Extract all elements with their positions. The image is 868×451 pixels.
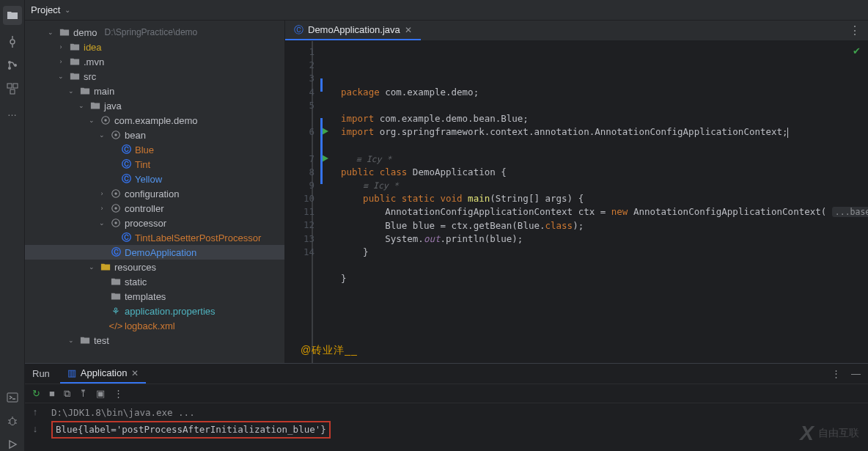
tree-node-demoapplication[interactable]: ⒸDemoApplication bbox=[25, 245, 284, 260]
editor-tabs-more-icon[interactable]: ⋮ bbox=[842, 23, 868, 37]
folder-icon bbox=[110, 291, 122, 301]
tree-node-src[interactable]: ⌄src bbox=[25, 69, 284, 84]
package-icon bbox=[110, 203, 122, 213]
project-toolbar: Project ⌄ bbox=[25, 0, 868, 21]
application-icon: ▥ bbox=[67, 367, 76, 378]
tree-label: idea bbox=[84, 42, 102, 53]
tree-label: Tint bbox=[135, 159, 150, 170]
tree-node-idea[interactable]: ›idea bbox=[25, 40, 284, 54]
tree-node-application-properties[interactable]: ⚘application.properties bbox=[25, 304, 284, 318]
tree-node-demo[interactable]: ⌄demoD:\SpringPractice\demo bbox=[25, 25, 284, 40]
commit-tool-button[interactable] bbox=[6, 35, 19, 48]
folder-icon bbox=[69, 56, 81, 67]
package-icon bbox=[110, 218, 122, 228]
svg-rect-5 bbox=[13, 84, 18, 88]
project-tool-button[interactable] bbox=[3, 6, 22, 25]
tree-label: TintLabelSetterPostProcessor bbox=[135, 232, 261, 243]
chevron-icon[interactable]: ⌄ bbox=[66, 87, 76, 95]
tree-node-com-example-demo[interactable]: ⌄com.example.demo bbox=[25, 113, 284, 128]
close-icon[interactable]: ✕ bbox=[405, 25, 412, 35]
chevron-icon[interactable]: ⌄ bbox=[56, 73, 66, 80]
tree-label: main bbox=[94, 86, 114, 97]
class-icon: Ⓒ bbox=[120, 231, 132, 244]
chevron-icon[interactable]: › bbox=[97, 190, 107, 197]
tree-node-blue[interactable]: ⒸBlue bbox=[25, 142, 284, 157]
line-number: 3 bbox=[285, 72, 315, 85]
more-icon[interactable]: ⋮ bbox=[114, 388, 123, 399]
chevron-icon[interactable]: › bbox=[56, 58, 66, 65]
line-number bbox=[285, 112, 315, 125]
line-number: 11 bbox=[285, 205, 315, 219]
tree-node-templates[interactable]: templates bbox=[25, 289, 284, 304]
tree-label: com.example.demo bbox=[114, 115, 197, 126]
chevron-icon[interactable]: ⌄ bbox=[97, 219, 107, 227]
line-number: 6 bbox=[285, 125, 315, 139]
rerun-icon[interactable]: ↻ bbox=[32, 388, 40, 399]
package-icon bbox=[110, 130, 122, 140]
project-title: Project bbox=[31, 4, 60, 15]
tree-node-processor[interactable]: ⌄processor bbox=[25, 216, 284, 230]
tree-node-bean[interactable]: ⌄bean bbox=[25, 128, 284, 142]
layout-icon[interactable]: ▣ bbox=[96, 388, 105, 399]
line-number: 10 bbox=[285, 192, 315, 205]
tab-demoapplication[interactable]: Ⓒ DemoApplication.java ✕ bbox=[285, 21, 421, 40]
tree-node-tintlabelsetterpostprocessor[interactable]: ⒸTintLabelSetterPostProcessor bbox=[25, 230, 284, 245]
folder-icon bbox=[69, 71, 81, 81]
down-icon[interactable]: ↓ bbox=[33, 423, 38, 434]
more-icon[interactable]: ⋮ bbox=[831, 368, 841, 379]
chevron-icon[interactable]: › bbox=[56, 43, 66, 51]
class-icon: Ⓒ bbox=[120, 158, 132, 171]
tree-node-java[interactable]: ⌄java bbox=[25, 98, 284, 113]
chevron-icon[interactable]: ⌄ bbox=[97, 131, 107, 139]
chevron-icon[interactable]: ⌄ bbox=[87, 263, 97, 271]
tree-label: test bbox=[94, 335, 109, 346]
screenshot-icon[interactable]: ⧉ bbox=[64, 388, 70, 400]
chevron-icon[interactable]: ⌄ bbox=[66, 337, 76, 344]
tree-label: DemoApplication bbox=[125, 247, 196, 258]
class-icon: Ⓒ bbox=[120, 172, 132, 186]
class-icon: Ⓒ bbox=[120, 143, 132, 156]
tree-node--mvn[interactable]: ›.mvn bbox=[25, 54, 284, 69]
tree-label: java bbox=[104, 100, 122, 111]
tree-node-test[interactable]: ⌄test bbox=[25, 333, 284, 348]
chevron-icon[interactable]: ⌄ bbox=[45, 29, 56, 36]
editor-gutter: 1234567891011121314 bbox=[285, 41, 320, 363]
more-tool-button[interactable]: … bbox=[6, 106, 19, 119]
tree-node-controller[interactable]: ›controller bbox=[25, 201, 284, 216]
chevron-icon[interactable]: › bbox=[97, 205, 107, 212]
chevron-icon[interactable]: ⌄ bbox=[76, 102, 87, 109]
folder-icon bbox=[79, 335, 91, 345]
chevron-down-icon[interactable]: ⌄ bbox=[65, 6, 70, 14]
export-icon[interactable]: ⤒ bbox=[79, 388, 87, 399]
tree-node-yellow[interactable]: ⒸYellow bbox=[25, 172, 284, 186]
run-tool-window: Run ▥ Application ✕ ⋮ — ↻ ■ ⧉ ⤒ ▣ ⋮ bbox=[25, 363, 868, 451]
project-tree[interactable]: ⌄demoD:\SpringPractice\demo›idea›.mvn⌄sr… bbox=[25, 21, 285, 363]
tree-node-resources[interactable]: ⌄resources bbox=[25, 260, 284, 274]
run-console[interactable]: D:\JDK1.8\bin\java.exe ... Blue{label='p… bbox=[45, 403, 868, 451]
tree-path: D:\SpringPractice\demo bbox=[105, 27, 198, 37]
up-icon[interactable]: ↑ bbox=[33, 406, 38, 417]
line-number: 14 bbox=[285, 246, 315, 259]
run-tool-button[interactable] bbox=[6, 438, 19, 451]
close-icon[interactable]: ✕ bbox=[131, 368, 139, 378]
terminal-tool-button[interactable] bbox=[6, 391, 19, 404]
tab-label: DemoApplication.java bbox=[308, 24, 400, 35]
vcs-tool-button[interactable] bbox=[6, 59, 19, 72]
tree-node-tint[interactable]: ⒸTint bbox=[25, 157, 284, 172]
java-class-icon: Ⓒ bbox=[294, 23, 304, 37]
resources-icon bbox=[100, 262, 111, 272]
code-area[interactable]: package com.example.demo; import com.exa… bbox=[320, 41, 868, 363]
tree-node-logback-xml[interactable]: </>logback.xml bbox=[25, 318, 284, 333]
tree-node-configuration[interactable]: ›configuration bbox=[25, 186, 284, 201]
folder-icon bbox=[89, 100, 101, 111]
debug-tool-button[interactable] bbox=[6, 414, 19, 428]
tree-node-main[interactable]: ⌄main bbox=[25, 84, 284, 98]
tree-node-static[interactable]: static bbox=[25, 274, 284, 289]
run-config-tab[interactable]: ▥ Application ✕ bbox=[60, 364, 147, 384]
hide-icon[interactable]: — bbox=[851, 368, 861, 379]
chevron-icon[interactable]: ⌄ bbox=[87, 117, 97, 124]
stop-icon[interactable]: ■ bbox=[49, 388, 55, 399]
code-editor[interactable]: ✔ 1234567891011121314 package com.exampl… bbox=[285, 41, 868, 363]
line-marker bbox=[320, 118, 323, 184]
structure-tool-button[interactable] bbox=[6, 82, 19, 95]
